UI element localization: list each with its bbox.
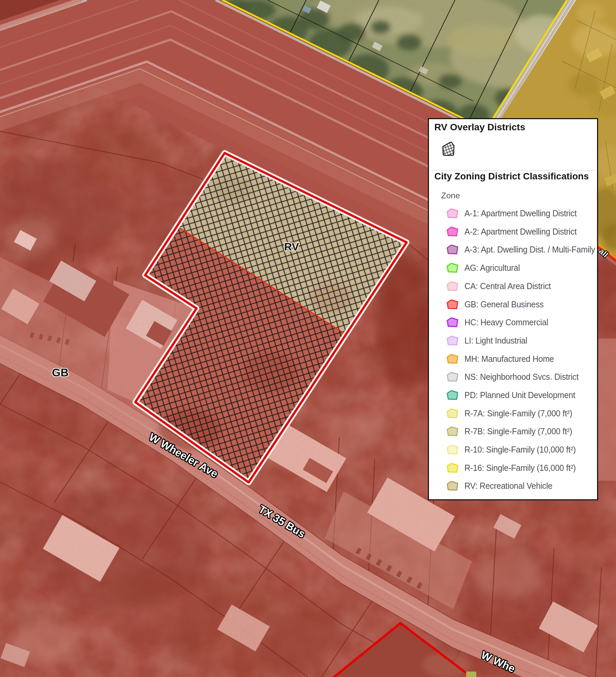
svg-text:GB: GB: [52, 366, 69, 379]
svg-text:RV: RV: [284, 241, 299, 253]
